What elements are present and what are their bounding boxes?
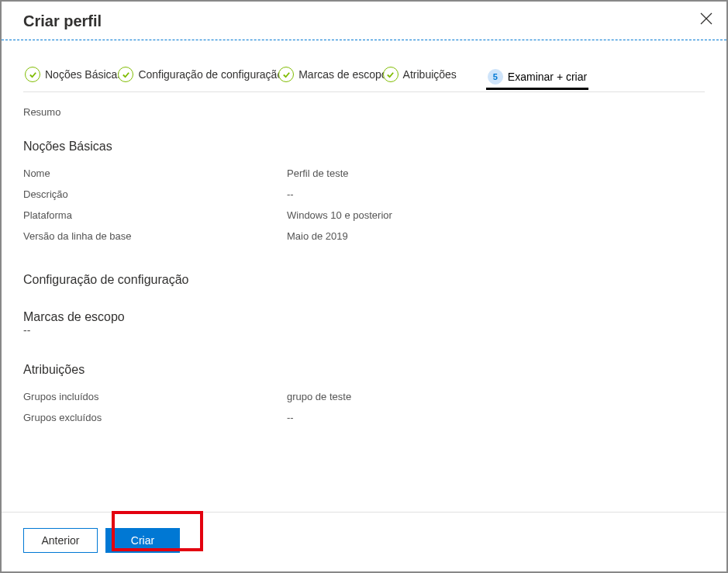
- kv-val: --: [287, 412, 294, 423]
- kv-key: Nome: [23, 167, 287, 179]
- kv-key: Descrição: [23, 188, 287, 200]
- scope-value: --: [23, 324, 705, 337]
- step-label: Atribuições: [403, 68, 457, 81]
- button-label: Criar: [131, 534, 154, 547]
- kv-row: Descrição --: [23, 184, 705, 205]
- kv-key: Plataforma: [23, 209, 287, 221]
- wizard-steps: Noções Básicas Configuração de configura…: [23, 64, 705, 92]
- kv-val: Maio de 2019: [287, 230, 348, 242]
- section-basics-title: Noções Básicas: [23, 140, 705, 154]
- kv-row: Nome Perfil de teste: [23, 163, 705, 184]
- button-label: Anterior: [41, 534, 79, 547]
- step-assignments[interactable]: Atribuições: [381, 64, 458, 87]
- kv-row: Grupos incluídos grupo de teste: [23, 386, 705, 407]
- step-scope-tags[interactable]: Marcas de escopo: [277, 64, 388, 87]
- step-basics[interactable]: Noções Básicas: [23, 64, 124, 87]
- step-label: Examinar + criar: [508, 71, 587, 83]
- page-title: Criar perfil: [23, 12, 102, 30]
- check-icon: [25, 67, 40, 82]
- kv-key: Grupos excluídos: [23, 412, 287, 423]
- kv-val: Windows 10 e posterior: [287, 209, 392, 221]
- step-number-icon: 5: [488, 69, 503, 85]
- kv-row: Plataforma Windows 10 e posterior: [23, 205, 705, 226]
- kv-row: Grupos excluídos --: [23, 407, 705, 428]
- kv-val: Perfil de teste: [287, 167, 349, 179]
- footer-actions: Anterior Criar: [2, 512, 726, 571]
- previous-button[interactable]: Anterior: [23, 528, 98, 553]
- kv-val: --: [287, 188, 294, 200]
- step-review-create[interactable]: 5 Examinar + criar: [486, 66, 588, 90]
- step-label: Noções Básicas: [45, 68, 122, 81]
- step-label: Marcas de escopo: [298, 68, 387, 81]
- kv-row: Versão da linha de base Maio de 2019: [23, 226, 705, 247]
- kv-key: Grupos incluídos: [23, 391, 287, 402]
- create-button[interactable]: Criar: [105, 528, 180, 553]
- review-content: Resumo Noções Básicas Nome Perfil de tes…: [2, 92, 726, 428]
- check-icon: [278, 67, 294, 82]
- step-configuration[interactable]: Configuração de configuração: [116, 64, 285, 87]
- section-assignments-title: Atribuições: [23, 363, 705, 377]
- section-config-title: Configuração de configuração: [23, 273, 705, 287]
- kv-key: Versão da linha de base: [23, 230, 287, 242]
- blade-header: Criar perfil: [2, 2, 726, 40]
- kv-val: grupo de teste: [287, 391, 351, 402]
- section-scope-title: Marcas de escopo: [23, 310, 705, 324]
- check-icon: [118, 67, 133, 82]
- close-button[interactable]: [700, 12, 712, 27]
- step-label: Configuração de configuração: [138, 68, 283, 81]
- check-icon: [383, 67, 399, 82]
- summary-heading: Resumo: [23, 106, 705, 118]
- close-icon: [700, 12, 712, 25]
